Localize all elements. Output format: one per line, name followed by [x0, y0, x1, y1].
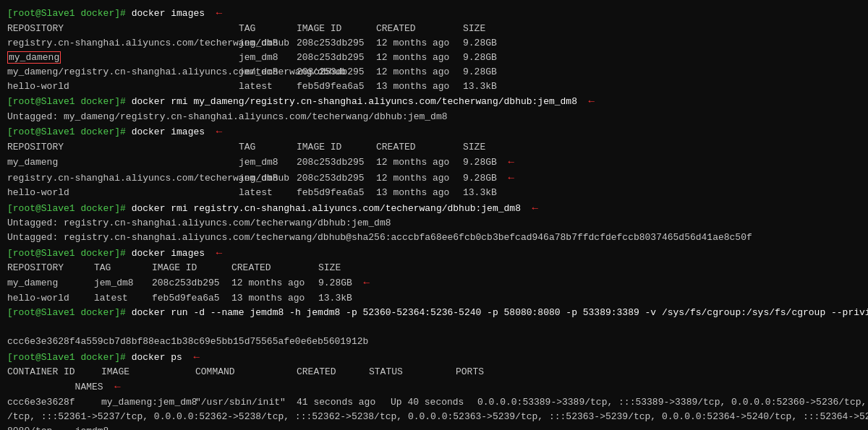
row-2-1: my_damengjem_dm8208c253db29512 months ag… [7, 155, 861, 171]
container-id: ccc6e3e3628f4a559cb7d8bf88eac1b38c69e5bb… [7, 335, 861, 349]
untagged-3: Untagged: registry.cn-shanghai.aliyuncs.… [7, 231, 861, 245]
row-3-1: my_damengjem_dm8208c253db29512 months ag… [7, 275, 861, 291]
ps-data-3: 8080/tcp jemdm8 [7, 424, 861, 430]
row-1-1: registry.cn-shanghai.aliyuncs.com/techer… [7, 36, 861, 51]
ps-data-1: ccc6e3e3628fmy_dameng:jem_dm8"/usr/sbin/… [7, 395, 861, 410]
untagged-2: Untagged: registry.cn-shanghai.aliyuncs.… [7, 216, 861, 231]
row-1-4: hello-worldlatestfeb5d9fea6a513 months a… [7, 79, 861, 94]
terminal-window: [root@Slave1 docker]# docker images ← RE… [0, 0, 868, 430]
header-2: REPOSITORYTAGIMAGE IDCREATEDSIZE [7, 140, 861, 155]
ps-names: NAMES ← [7, 379, 861, 395]
line-ps: [root@Slave1 docker]# docker ps ← [7, 350, 861, 366]
header-3: REPOSITORYTAGIMAGE IDCREATEDSIZE [7, 261, 861, 275]
row-2-2: registry.cn-shanghai.aliyuncs.com/techer… [7, 171, 861, 186]
row-1-3: my_dameng/registry.cn-shanghai.aliyuncs.… [7, 65, 861, 79]
line-2: [root@Slave1 docker]# docker images ← [7, 124, 861, 140]
line-3: [root@Slave1 docker]# docker images ← [7, 246, 861, 262]
line-rmi-2: [root@Slave1 docker]# docker rmi registr… [7, 201, 861, 217]
untagged-1: Untagged: my_dameng/registry.cn-shanghai… [7, 110, 861, 124]
ps-header: CONTAINER IDIMAGECOMMANDCREATEDSTATUSPOR… [7, 365, 861, 379]
ps-data-2: /tcp, :::52361->5237/tcp, 0.0.0.0:52362-… [7, 410, 861, 424]
row-3-2: hello-worldlatestfeb5d9fea6a513 months a… [7, 291, 861, 306]
spacer-1 [7, 320, 861, 335]
line-run: [root@Slave1 docker]# docker run -d --na… [7, 306, 861, 320]
line-1: [root@Slave1 docker]# docker images ← [7, 6, 861, 22]
row-1-2: my_damengjem_dm8208c253db29512 months ag… [7, 51, 861, 65]
row-2-3: hello-worldlatestfeb5d9fea6a513 months a… [7, 186, 861, 200]
header-1: REPOSITORYTAGIMAGE IDCREATEDSIZE [7, 22, 861, 36]
line-rmi-1: [root@Slave1 docker]# docker rmi my_dame… [7, 94, 861, 110]
